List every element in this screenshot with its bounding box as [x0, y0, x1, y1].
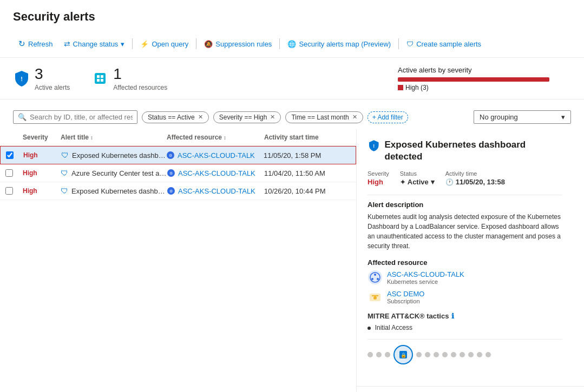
grouping-label: No grouping: [480, 113, 518, 121]
create-sample-button[interactable]: 🛡 Create sample alerts: [401, 37, 487, 51]
sort-icon-2: ↕: [224, 135, 226, 141]
row-checkbox[interactable]: [5, 169, 13, 177]
time-filter-close[interactable]: ✕: [352, 114, 357, 121]
table-row[interactable]: High 🛡 Exposed Kubernetes dashboard dete…: [0, 146, 356, 164]
severity-col-header[interactable]: Severity: [23, 134, 61, 141]
sort-icon: ↕: [90, 135, 93, 141]
affected-resource-item: ASC DEMO Subscription: [368, 289, 562, 304]
svg-rect-4: [97, 79, 100, 82]
time-filter-tag[interactable]: Time == Last month ✕: [285, 111, 363, 123]
severity-meta-value: High: [368, 178, 389, 186]
status-filter-label: Status == Active: [148, 114, 195, 121]
chain-dot: [442, 352, 448, 357]
row-checkbox[interactable]: [5, 187, 13, 195]
svg-point-16: [371, 278, 373, 280]
status-meta-value: ✦ Active ▾: [400, 178, 435, 186]
alert-shield-icon: 🛡: [61, 151, 69, 160]
change-status-button[interactable]: ⇄ Change status ▾: [58, 36, 130, 51]
active-alerts-count: 3: [35, 65, 70, 83]
severity-bar-track: [398, 77, 549, 82]
time-cell: 11/05/20, 1:58 PM: [264, 151, 350, 160]
affected-resources-list: ASC-AKS-CLOUD-TALK Kubernetes service AS…: [368, 270, 562, 304]
active-alerts-stat: ! 3 Active alerts: [13, 65, 70, 91]
attack-chain: 🔒: [368, 339, 562, 370]
filters-row: 🔍 Status == Active ✕ Severity == High ✕ …: [0, 105, 584, 129]
chevron-down-icon: ▾: [121, 40, 124, 48]
chain-dot: [468, 352, 474, 357]
chain-dot: [460, 352, 465, 357]
svg-text:⚙: ⚙: [169, 189, 173, 193]
k8s-icon: ⚙: [167, 169, 175, 177]
info-icon[interactable]: ℹ: [451, 312, 454, 320]
k8s-icon: ⚙: [166, 151, 175, 160]
open-query-button[interactable]: ⚡ Open query: [135, 37, 194, 51]
row-checkbox[interactable]: [6, 151, 14, 159]
refresh-button[interactable]: ↻ Refresh: [13, 36, 58, 52]
k8s-resource-icon: [368, 270, 383, 285]
suppression-rules-button[interactable]: 🔕 Suppression rules: [199, 37, 277, 51]
alert-title: 🛡 Exposed Kubernetes dashboard detect...: [61, 187, 167, 195]
resource-type-2: Subscription: [387, 298, 424, 304]
status-filter-close[interactable]: ✕: [198, 114, 203, 121]
resource-col-header[interactable]: Affected resource ↕: [167, 134, 264, 141]
subscription-icon: [368, 289, 383, 304]
severity-badge: High: [23, 151, 61, 159]
severity-bar-fill: [398, 77, 549, 82]
title-col-header[interactable]: Alert title ↕: [61, 134, 167, 141]
add-filter-button[interactable]: + Add filter: [368, 111, 408, 123]
time-col-header: Activity start time: [264, 134, 351, 141]
chain-active-icon: 🔒: [393, 345, 413, 364]
chevron-down-icon: ▾: [561, 113, 565, 121]
severity-bar-section: Active alerts by severity High (3): [398, 66, 571, 91]
table-row[interactable]: High 🛡 Azure Security Center test alert …: [0, 164, 356, 182]
suppression-icon: 🔕: [204, 40, 213, 48]
meta-time: Activity time 🕐 11/05/20, 13:58: [445, 170, 505, 186]
grouping-dropdown[interactable]: No grouping ▾: [474, 110, 571, 124]
svg-text:🔒: 🔒: [401, 352, 407, 358]
chain-dot: [376, 352, 382, 357]
status-chevron-icon[interactable]: ▾: [431, 178, 435, 186]
table-section: Severity Alert title ↕ Affected resource…: [0, 129, 357, 392]
high-legend-label: High (3): [405, 84, 429, 91]
alert-title: 🛡 Exposed Kubernetes dashboard detect...: [61, 151, 166, 160]
resource-cell: ⚙ ASC-AKS-CLOUD-TALK: [166, 151, 264, 160]
svg-rect-3: [101, 75, 103, 78]
severity-filter-close[interactable]: ✕: [270, 114, 275, 121]
time-meta-value: 🕐 11/05/20, 13:58: [445, 178, 505, 186]
chain-shield-icon: 🔒: [398, 350, 408, 360]
resource-cell: ⚙ ASC-AKS-CLOUD-TALK: [167, 169, 264, 177]
mitre-tactic: Initial Access: [375, 324, 412, 331]
svg-rect-2: [97, 75, 100, 78]
resource-name-2[interactable]: ASC DEMO: [387, 290, 424, 298]
chain-dot: [434, 352, 439, 357]
detail-panel: ! Exposed Kubernetes dashboard detected …: [357, 129, 573, 386]
table-row[interactable]: High 🛡 Exposed Kubernetes dashboard dete…: [0, 182, 356, 200]
svg-rect-1: [95, 73, 106, 84]
search-input[interactable]: [30, 113, 133, 121]
table-header: Severity Alert title ↕ Affected resource…: [0, 129, 356, 146]
security-map-button[interactable]: 🌐 Security alerts map (Preview): [282, 37, 396, 51]
svg-text:!: !: [373, 143, 375, 149]
resource-name-1[interactable]: ASC-AKS-CLOUD-TALK: [387, 270, 464, 278]
time-cell: 10/26/20, 10:44 PM: [264, 187, 351, 195]
affected-resources-count: 1: [113, 65, 167, 83]
resource-name: ASC-AKS-CLOUD-TALK: [178, 187, 255, 195]
severity-filter-label: Severity == High: [219, 114, 267, 121]
detail-title-row: ! Exposed Kubernetes dashboard detected: [368, 139, 562, 163]
svg-text:!: !: [21, 76, 23, 82]
alert-title-text: Exposed Kubernetes dashboard detect...: [72, 151, 166, 160]
chain-dot: [451, 352, 456, 357]
meta-severity: Severity High: [368, 170, 389, 186]
resource-cell: ⚙ ASC-AKS-CLOUD-TALK: [167, 187, 264, 195]
add-filter-label: + Add filter: [372, 114, 403, 121]
alert-shield-icon: 🛡: [61, 187, 68, 195]
legend-square-high: [398, 85, 403, 90]
status-filter-tag[interactable]: Status == Active ✕: [142, 111, 209, 123]
resource-name: ASC-AKS-CLOUD-TALK: [178, 169, 255, 177]
svg-point-19: [373, 296, 377, 300]
stats-row: ! 3 Active alerts 1 Affected resources A…: [0, 58, 584, 99]
severity-filter-tag[interactable]: Severity == High ✕: [213, 111, 281, 123]
time-cell: 11/04/20, 11:50 AM: [264, 169, 351, 177]
search-box[interactable]: 🔍: [13, 110, 137, 124]
map-icon: 🌐: [287, 40, 296, 48]
